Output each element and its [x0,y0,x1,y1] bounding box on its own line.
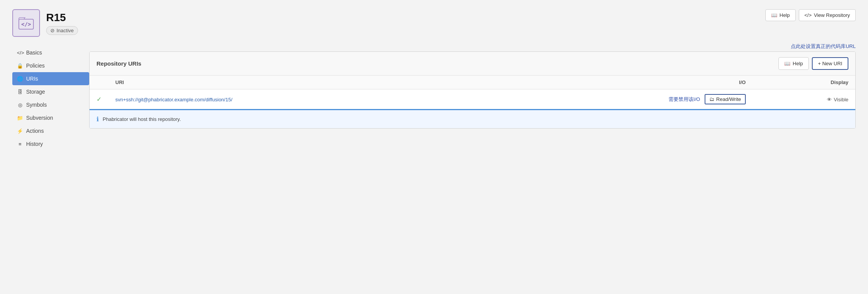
eye-icon: 👁 [827,97,832,102]
sidebar-item-storage-label: Storage [26,89,45,95]
visible-label: Visible [834,97,848,102]
col-header-display: Display [753,76,855,89]
sidebar-item-uris[interactable]: 🌐 URIs [12,72,89,85]
readwrite-button[interactable]: 🗂 Read/Write [705,94,746,104]
svg-text:</>: </> [21,21,31,27]
sidebar-item-history[interactable]: ≡ History [12,137,89,150]
uri-panel: Repository URIs 📖 Help + New URI [89,51,856,129]
info-box: ℹ Phabricator will host this repository. [90,109,855,128]
annotation-link[interactable]: 点此处设置真正的代码库URL [89,43,856,50]
lightning-icon: ⚡ [17,128,23,134]
panel-header-actions: 📖 Help + New URI [778,57,848,70]
sidebar-item-subversion-label: Subversion [26,115,53,121]
header-left: </> R15 ⊘ Inactive [12,9,78,37]
row-io-cell: 需要禁用该I/O 🗂 Read/Write [488,89,753,109]
repo-icon: </> [12,9,40,37]
panel-title: Repository URIs [96,60,141,67]
list-icon: ≡ [17,141,23,147]
sidebar-item-storage[interactable]: 🗄 Storage [12,85,89,98]
inactive-icon: ⊘ [50,28,55,33]
inactive-badge: ⊘ Inactive [46,26,78,35]
sidebar-item-symbols-label: Symbols [26,102,47,108]
panel-help-label: Help [793,61,803,66]
page-header: </> R15 ⊘ Inactive 📖 Help </> View Repos… [0,0,868,43]
sidebar-item-actions-label: Actions [26,128,44,134]
table-row: ✓ svn+ssh://git@phabricator.example.com/… [90,89,855,109]
sidebar-item-actions[interactable]: ⚡ Actions [12,124,89,137]
new-uri-label: + New URI [818,61,842,66]
info-icon: ℹ [96,116,99,123]
panel-book-icon: 📖 [784,61,790,66]
check-icon: ✓ [96,96,101,102]
readwrite-icon: 🗂 [709,96,714,102]
sidebar-item-policies-label: Policies [26,63,45,69]
readwrite-label: Read/Write [716,96,741,102]
row-status: ✓ [90,89,108,109]
sidebar-item-history-label: History [26,141,43,147]
view-repo-label: View Repository [814,12,850,18]
globe-icon: 🌐 [17,76,23,82]
row-display-cell: 👁 Visible [753,89,855,109]
code-tag-icon: </> [17,50,23,56]
storage-icon: 🗄 [17,89,23,95]
col-header-io: I/O [488,76,753,89]
view-repository-button[interactable]: </> View Repository [799,9,856,21]
lock-icon: 🔒 [17,63,23,69]
sidebar-item-subversion[interactable]: 📁 Subversion [12,111,89,124]
sidebar-item-basics-label: Basics [26,50,42,56]
panel-header: Repository URIs 📖 Help + New URI [90,52,855,76]
table-header-row: URI I/O Display [90,76,855,89]
sidebar-item-symbols[interactable]: ◎ Symbols [12,98,89,111]
sidebar-item-basics[interactable]: </> Basics [12,46,89,59]
book-icon: 📖 [771,12,777,18]
uri-table: URI I/O Display ✓ svn+ssh://git@phabrica… [90,76,855,109]
new-uri-button[interactable]: + New URI [812,57,848,70]
sidebar-item-policies[interactable]: 🔒 Policies [12,59,89,72]
header-help-button[interactable]: 📖 Help [765,9,796,21]
col-header-uri [90,76,108,89]
symbols-icon: ◎ [17,102,23,108]
header-right: 📖 Help </> View Repository [765,9,856,21]
inactive-label: Inactive [57,28,74,33]
header-help-label: Help [780,12,790,18]
code-icon: </> [805,12,812,18]
sidebar: </> Basics 🔒 Policies 🌐 URIs 🗄 Storage ◎… [12,43,89,282]
repo-title: R15 [46,12,78,24]
folder-icon: 📁 [17,115,23,121]
sidebar-item-uris-label: URIs [26,76,38,82]
row-uri-cell: svn+ssh://git@phabricator.example.com/di… [108,89,488,109]
panel-help-button[interactable]: 📖 Help [778,57,809,70]
io-annotation: 需要禁用该I/O [668,96,700,102]
main-content: 点此处设置真正的代码库URL Repository URIs 📖 Help + … [89,43,856,282]
content-area: </> Basics 🔒 Policies 🌐 URIs 🗄 Storage ◎… [0,43,868,294]
uri-link[interactable]: svn+ssh://git@phabricator.example.com/di… [115,97,233,102]
col-header-uri-text: URI [108,76,488,89]
header-title-block: R15 ⊘ Inactive [46,12,78,35]
info-message: Phabricator will host this repository. [103,116,181,122]
visible-tag: 👁 Visible [827,97,848,102]
